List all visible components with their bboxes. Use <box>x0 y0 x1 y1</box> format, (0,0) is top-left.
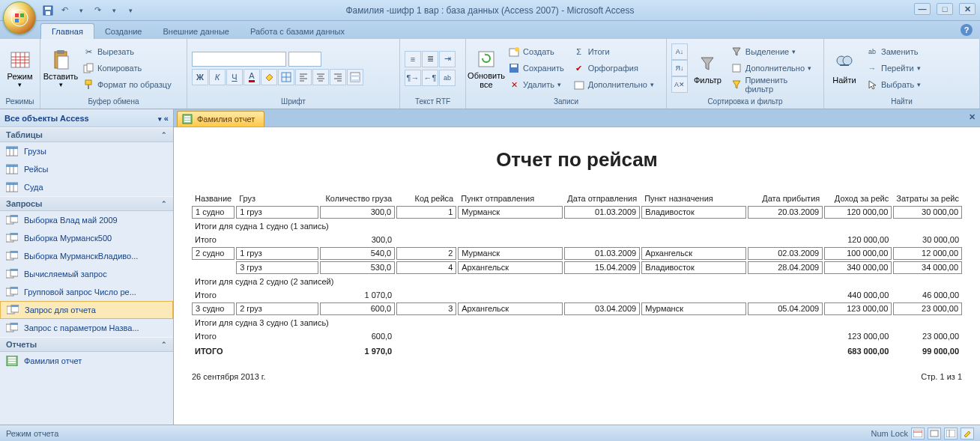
paste-button[interactable]: Вставить▾ <box>45 43 76 93</box>
nav-pane-header[interactable]: Все объекты Access▾ « <box>0 109 173 127</box>
selection-filter-button[interactable]: Выделение▾ <box>728 43 819 60</box>
nav-item[interactable]: Выборка МурманскВладиво... <box>0 247 173 265</box>
sort-desc-button[interactable]: Я↓ <box>671 60 688 76</box>
nav-item[interactable]: Выборка Влад май 2009 <box>0 211 173 229</box>
report-cell: 340 000,00 <box>824 261 892 274</box>
tab-create[interactable]: Создание <box>94 24 153 39</box>
tab-database-tools[interactable]: Работа с базами данных <box>240 24 355 39</box>
close-button[interactable]: ✕ <box>959 3 976 15</box>
underline-button[interactable]: Ч <box>226 69 243 85</box>
svg-rect-67 <box>10 233 18 235</box>
ribbon-tabs: Главная Создание Внешние данные Работа с… <box>0 21 980 39</box>
highlight-button[interactable]: ab <box>439 70 456 86</box>
toggle-filter-button[interactable]: Применить фильтр <box>728 76 819 93</box>
nav-item[interactable]: Фамилия отчет <box>0 352 173 370</box>
fill-color-button[interactable] <box>261 69 277 85</box>
minimize-button[interactable]: — <box>914 3 931 15</box>
svg-rect-2 <box>20 13 24 17</box>
save-record-button[interactable]: Сохранить <box>505 60 567 76</box>
align-right-button[interactable] <box>330 69 346 85</box>
report-cell: Архангельск <box>458 261 563 274</box>
nav-item[interactable]: Запрос для отчета <box>0 301 173 319</box>
select-button[interactable]: Выбрать▾ <box>863 76 924 93</box>
cut-button[interactable]: ✂Вырезать <box>79 43 175 60</box>
close-tab-button[interactable]: ✕ <box>969 112 976 122</box>
tab-home[interactable]: Главная <box>40 23 94 39</box>
help-icon[interactable]: ? <box>961 24 973 36</box>
copy-button[interactable]: Копировать <box>79 60 175 76</box>
nav-item[interactable]: Грузы <box>0 142 173 160</box>
column-header: Название <box>192 192 235 204</box>
bullets-button[interactable]: ≡ <box>405 51 421 67</box>
filter-button[interactable]: Фильтр <box>691 43 725 93</box>
goto-button[interactable]: →Перейти▾ <box>863 60 924 76</box>
report-viewport[interactable]: Отчет по рейсам НазваниеГрузКоличество г… <box>174 127 980 425</box>
svg-rect-6 <box>45 7 51 10</box>
report-cell: 23 000,00 <box>893 302 962 315</box>
report-cell: 1 судно <box>192 206 235 219</box>
replace-button[interactable]: abЗаменить <box>863 43 924 60</box>
undo-dropdown-icon[interactable]: ▾ <box>73 3 88 18</box>
document-tabs: Фамилия отчет ✕ <box>174 109 980 127</box>
nav-item[interactable]: Запрос с параметром Назва... <box>0 319 173 337</box>
report-cell: 28.04.2009 <box>748 261 823 274</box>
font-color-button[interactable]: A <box>244 69 260 85</box>
rtl-button[interactable]: ←¶ <box>422 70 438 86</box>
title-bar: ↶▾ ↷▾ ▾ Фамилия -шифр 1 вар : база данны… <box>0 0 980 21</box>
query-icon <box>7 304 19 316</box>
clear-sort-button[interactable]: А✕ <box>671 76 688 93</box>
indent-button[interactable]: ⇥ <box>439 51 456 67</box>
italic-button[interactable]: К <box>209 69 226 85</box>
alt-fill-button[interactable] <box>347 69 363 85</box>
svg-rect-19 <box>87 64 93 71</box>
nav-category-tables[interactable]: Таблицы⌃ <box>0 127 173 142</box>
gridlines-button[interactable] <box>278 69 294 85</box>
svg-rect-3 <box>15 19 19 22</box>
totals-button[interactable]: ΣИтоги <box>570 43 657 60</box>
new-record-button[interactable]: Создать <box>505 43 567 60</box>
report-cell: 1 груз <box>236 206 318 219</box>
document-tab[interactable]: Фамилия отчет <box>177 111 264 127</box>
nav-category-reports[interactable]: Отчеты⌃ <box>0 337 173 352</box>
maximize-button[interactable]: □ <box>937 3 953 15</box>
numbering-button[interactable]: ≣ <box>422 51 438 67</box>
format-painter-button[interactable]: Формат по образцу <box>79 76 175 93</box>
align-center-button[interactable] <box>312 69 329 85</box>
redo-icon[interactable]: ↷ <box>90 3 105 18</box>
tab-external-data[interactable]: Внешние данные <box>153 24 240 39</box>
advanced-filter-button[interactable]: Дополнительно▾ <box>728 60 819 76</box>
delete-record-button[interactable]: ✕Удалить▾ <box>505 76 567 93</box>
font-family-combo[interactable] <box>192 52 286 67</box>
report-cell: 12 000,00 <box>893 247 962 260</box>
spelling-button[interactable]: ✔Орфография <box>570 60 657 76</box>
office-button[interactable] <box>3 1 36 34</box>
more-records-button[interactable]: Дополнительно▾ <box>570 76 657 93</box>
sort-asc-button[interactable]: А↓ <box>671 43 688 60</box>
font-size-combo[interactable] <box>288 52 321 67</box>
nav-item[interactable]: Суда <box>0 178 173 196</box>
align-left-button[interactable] <box>295 69 312 85</box>
find-button[interactable]: Найти <box>829 43 860 93</box>
qat-customize-icon[interactable]: ▾ <box>123 3 138 18</box>
nav-category-queries[interactable]: Запросы⌃ <box>0 196 173 211</box>
refresh-all-button[interactable]: Обновить все <box>471 43 502 93</box>
view-button[interactable]: Режим▾ <box>4 43 35 93</box>
group-total-label: Итого <box>192 234 235 246</box>
view-layout-button[interactable] <box>944 428 958 440</box>
view-design-button[interactable] <box>961 428 974 440</box>
report-cell: 540,0 <box>320 247 395 260</box>
undo-icon[interactable]: ↶ <box>57 3 72 18</box>
svg-rect-90 <box>184 121 190 122</box>
nav-item[interactable]: Выборка Мурманск500 <box>0 229 173 247</box>
nav-item[interactable]: Рейсы <box>0 160 173 178</box>
view-report-button[interactable] <box>911 428 925 440</box>
ltr-button[interactable]: ¶→ <box>405 70 421 86</box>
nav-item[interactable]: Групповой запрос Число ре... <box>0 283 173 301</box>
svg-rect-39 <box>351 79 360 82</box>
nav-item[interactable]: Вычисляемый запрос <box>0 265 173 283</box>
redo-dropdown-icon[interactable]: ▾ <box>106 3 121 18</box>
view-print-button[interactable] <box>928 428 941 440</box>
bold-button[interactable]: Ж <box>192 69 208 85</box>
column-header: Количество груза <box>320 192 395 204</box>
save-icon[interactable] <box>40 3 55 18</box>
